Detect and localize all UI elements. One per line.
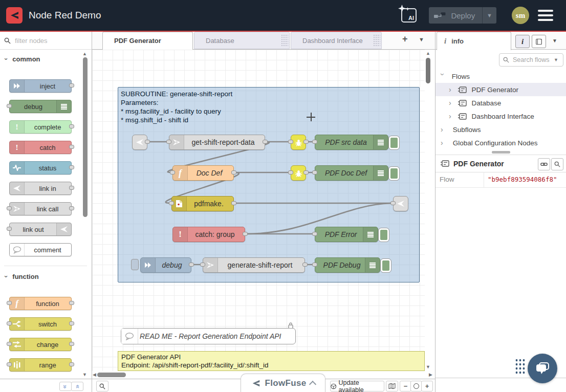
output-port[interactable] [69,301,74,305]
tab-database[interactable]: Database [194,32,290,49]
flow-canvas[interactable]: SUBROUTINE: generate-shift-report Parame… [92,50,425,371]
node-junction-bug-1[interactable] [291,135,306,150]
expand-all-button[interactable]: » [71,382,83,391]
zoom-in-button[interactable]: + [421,381,433,391]
palette-search[interactable] [0,32,92,50]
deploy-button[interactable]: Deploy ▼ [429,7,496,24]
canvas-scroll-up-icon[interactable]: ▲ [426,51,430,56]
tab-dashboard-interface[interactable]: Dashboard Interface [291,32,382,49]
search-options-dropdown-icon[interactable]: ▼ [554,57,558,62]
output-port[interactable] [302,263,308,267]
output-port[interactable] [263,140,268,144]
input-port[interactable] [7,301,12,305]
input-port[interactable] [312,263,317,267]
canvas-vscrollbar-thumb[interactable] [426,58,430,83]
output-port[interactable] [231,170,236,175]
palette-node-link-out[interactable]: link out [9,223,72,236]
palette-node-change[interactable]: change [9,338,72,351]
node-catch-group[interactable]: ! catch: group [172,227,245,242]
input-port[interactable] [7,321,12,325]
tree-item-pdf-generator[interactable]: › PDF Generator [436,83,566,96]
flows-search-box[interactable]: ▼ [499,53,563,67]
node-junction-bug-2[interactable] [291,165,306,181]
palette-scrollbar-thumb[interactable] [83,57,88,217]
tab-pdf-generator[interactable]: PDF Generator [102,32,193,50]
output-port[interactable] [69,342,74,346]
input-port[interactable] [7,362,12,366]
palette-scroll-down-icon[interactable]: ▼ [82,372,87,377]
tree-item-subflows[interactable]: › Subflows [436,123,566,136]
input-port[interactable] [7,342,12,346]
input-port[interactable] [312,232,317,236]
output-port[interactable] [69,362,74,366]
zoom-out-button[interactable]: − [400,381,411,391]
palette-node-status[interactable]: status [9,161,72,175]
node-debug-pdf-error[interactable]: PDF Error [315,227,378,242]
output-port[interactable] [303,170,309,175]
zoom-reset-button[interactable] [410,381,422,391]
sidebar-help-button[interactable] [532,35,546,48]
wires[interactable] [92,50,425,371]
palette-node-comment[interactable]: comment [9,243,72,256]
input-port[interactable] [312,170,317,175]
node-inject-debug[interactable]: debug [140,257,191,273]
input-port[interactable] [200,263,205,267]
node-pdfmake[interactable]: pdfmake. [171,196,234,211]
tab-list-dropdown-icon[interactable]: ▼ [419,36,424,42]
palette-node-debug[interactable]: debug [9,100,72,113]
debug-toggle-button[interactable] [389,167,399,180]
copy-link-button[interactable] [538,158,550,170]
input-port[interactable] [288,170,293,175]
collapse-all-button[interactable]: » [59,382,72,391]
chat-drag-handle-icon[interactable] [515,358,525,374]
debug-toggle-button[interactable] [381,259,391,272]
output-port[interactable] [69,321,74,325]
node-comment-readme[interactable]: READ ME - Report Generation Endpoint API [121,328,296,344]
output-port[interactable] [231,201,236,205]
sidebar-info-view-button[interactable]: i [515,35,530,48]
palette-node-catch[interactable]: ! catch [9,141,72,154]
input-port[interactable] [7,206,12,210]
input-port[interactable] [312,140,317,144]
debug-toggle-button[interactable] [379,228,389,242]
node-debug-pdf-debug[interactable]: PDF Debug [315,257,380,273]
input-port[interactable] [288,140,293,144]
input-port[interactable] [166,140,171,144]
input-port[interactable] [170,170,175,175]
detail-search-button[interactable] [551,158,563,170]
user-avatar[interactable]: sm [512,7,529,24]
output-port[interactable] [69,124,74,128]
palette-node-function[interactable]: f function [9,297,72,310]
output-port[interactable] [69,83,74,88]
tree-item-global-config-nodes[interactable]: › Global Configuration Nodes [436,136,566,149]
input-port[interactable] [7,227,12,231]
canvas-scroll-left-icon[interactable]: ◀ [93,372,96,377]
tree-flows-header[interactable]: › Flows [436,70,566,83]
sidebar-menu-dropdown-icon[interactable]: ▼ [552,38,557,43]
canvas-search-button[interactable] [96,381,108,391]
palette-node-inject[interactable]: inject [9,79,72,93]
input-port[interactable] [169,201,174,205]
deploy-dropdown-icon[interactable]: ▼ [483,12,496,18]
debug-toggle-button[interactable] [389,136,399,149]
node-link-call-get-shift-report-data[interactable]: get-shift-report-data [169,135,265,150]
output-port[interactable] [189,263,194,267]
tree-item-database[interactable]: › Database [436,96,566,110]
flows-search-input[interactable] [512,56,554,64]
palette-filter-input[interactable] [14,36,82,45]
palette-category-function[interactable]: ›function [5,273,87,283]
palette-node-complete[interactable]: ! complete [9,120,72,134]
inject-button[interactable] [131,259,139,270]
chat-widget-button[interactable] [528,354,557,383]
navigator-button[interactable] [386,381,398,391]
palette-node-switch[interactable]: switch [9,317,72,331]
canvas-scroll-down-icon[interactable]: ▼ [426,364,430,369]
ai-assistant-button[interactable]: AI [401,8,417,23]
output-port[interactable] [243,232,248,236]
sidebar-resize-handle[interactable] [436,149,566,155]
input-port[interactable] [390,201,396,205]
update-available-button[interactable]: Update available [330,381,384,391]
output-port[interactable] [69,165,74,169]
main-menu-button[interactable] [538,10,553,21]
node-link-call-generate-shift-report[interactable]: generate-shift-report [203,257,305,273]
